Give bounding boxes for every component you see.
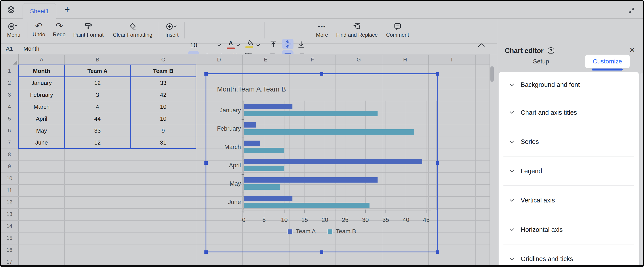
toolbar-divider: [159, 22, 159, 38]
customize-sections-card: Background and fontChart and axis titles…: [498, 72, 639, 267]
chart-editor-panel: Chart editor ? ✕ Setup Customize Backgro…: [497, 18, 644, 265]
column-header-A[interactable]: A: [19, 54, 64, 65]
column-header-H[interactable]: H: [382, 54, 428, 65]
row-header-5[interactable]: 5: [0, 113, 19, 125]
toolbar-divider: [264, 22, 264, 38]
chart-plot: 051015202530354045JanuaryFebruaryMarchAp…: [206, 74, 438, 252]
tab-setup[interactable]: Setup: [510, 54, 572, 68]
comment-button[interactable]: Comment: [386, 22, 409, 38]
sheet-tab-bar: Sheet1 +: [0, 0, 644, 18]
resize-handle[interactable]: [320, 72, 323, 76]
selected-range: [130, 76, 196, 149]
section-chart-and-axis-titles[interactable]: Chart and axis titles: [498, 98, 639, 127]
resize-handle[interactable]: [436, 250, 439, 254]
svg-text:April: April: [229, 162, 241, 169]
section-label: Legend: [521, 168, 542, 175]
embedded-chart[interactable]: Month,Team A,Team B 051015202530354045Ja…: [206, 74, 438, 252]
row-header-17[interactable]: 17: [0, 256, 19, 267]
redo-button[interactable]: ↷ Redo: [53, 21, 66, 38]
row-headers[interactable]: 1234567891011121314151617: [0, 65, 19, 265]
insert-button[interactable]: Insert: [165, 22, 178, 38]
section-vertical-axis[interactable]: Vertical axis: [498, 186, 639, 215]
toolbar: Menu ↶ Undo ↷ Redo Paint Format Clear Fo…: [0, 18, 497, 44]
row-header-16[interactable]: 16: [0, 244, 19, 256]
row-header-7[interactable]: 7: [0, 136, 19, 148]
row-header-13[interactable]: 13: [0, 208, 19, 220]
row-header-3[interactable]: 3: [0, 89, 19, 101]
undo-icon: ↶: [35, 21, 43, 31]
row-header-8[interactable]: 8: [0, 148, 19, 160]
section-label: Series: [521, 138, 539, 146]
undo-button[interactable]: ↶ Undo: [32, 21, 45, 38]
row-header-12[interactable]: 12: [0, 196, 19, 208]
tab-sheet1[interactable]: Sheet1: [22, 3, 56, 19]
name-box[interactable]: A1: [0, 44, 19, 54]
chevron-down-icon: [509, 256, 515, 262]
section-label: Gridlines and ticks: [521, 255, 573, 262]
chart-title: Month,Team A,Team B: [217, 85, 286, 93]
svg-text:0: 0: [242, 216, 245, 223]
row-header-2[interactable]: 2: [0, 77, 19, 89]
section-legend[interactable]: Legend: [498, 156, 639, 186]
section-gridlines-and-ticks[interactable]: Gridlines and ticks: [498, 244, 639, 267]
select-all-triangle-icon: [13, 60, 17, 64]
find-replace-button[interactable]: Find and Replace: [336, 22, 378, 38]
chevron-down-icon: [509, 168, 515, 174]
resize-handle[interactable]: [204, 250, 208, 254]
grid-vertical-scrollbar[interactable]: [490, 66, 494, 82]
section-horizontal-axis[interactable]: Horizontal axis: [498, 215, 639, 244]
svg-text:45: 45: [423, 216, 430, 223]
section-label: Vertical axis: [521, 197, 555, 204]
chevron-down-icon: [509, 226, 515, 233]
row-header-6[interactable]: 6: [0, 125, 19, 136]
row-header-15[interactable]: 15: [0, 232, 19, 244]
formula-input[interactable]: Month: [24, 44, 39, 54]
resize-handle[interactable]: [204, 161, 208, 165]
active-tab-indicator: [592, 68, 623, 70]
column-header-D[interactable]: D: [196, 54, 242, 65]
clear-formatting-button[interactable]: Clear Formatting: [113, 22, 152, 38]
menu-label: Menu: [7, 32, 20, 38]
paint-format-button[interactable]: Paint Format: [73, 22, 104, 38]
row-header-1[interactable]: 1: [0, 65, 19, 77]
resize-handle[interactable]: [320, 250, 323, 254]
row-header-9[interactable]: 9: [0, 160, 19, 172]
row-header-11[interactable]: 11: [0, 184, 19, 196]
panel-scrollbar[interactable]: [640, 73, 643, 267]
resize-handle[interactable]: [204, 72, 208, 76]
row-header-10[interactable]: 10: [0, 172, 19, 184]
legend-item: Team B: [327, 228, 356, 235]
sheets-overview-icon[interactable]: [7, 6, 15, 14]
column-header-F[interactable]: F: [289, 54, 336, 65]
svg-text:35: 35: [382, 216, 389, 223]
column-header-B[interactable]: B: [64, 54, 130, 65]
help-icon[interactable]: ?: [548, 47, 554, 54]
tab-customize[interactable]: Customize: [585, 54, 630, 68]
svg-text:40: 40: [403, 216, 409, 223]
row-header-14[interactable]: 14: [0, 220, 19, 232]
section-background-and-font[interactable]: Background and font: [498, 72, 639, 98]
resize-handle[interactable]: [436, 72, 439, 76]
more-icon: •••: [318, 22, 326, 32]
svg-text:30: 30: [362, 216, 369, 223]
selected-range: [130, 64, 196, 77]
column-header-I[interactable]: I: [428, 54, 475, 65]
menu-button[interactable]: Menu: [7, 22, 20, 38]
redo-icon: ↷: [56, 21, 63, 31]
section-label: Background and font: [521, 81, 580, 88]
resize-handle[interactable]: [436, 161, 439, 165]
more-button[interactable]: ••• More: [316, 22, 328, 38]
expand-fullscreen-icon[interactable]: [628, 7, 635, 14]
column-header-G[interactable]: G: [336, 54, 382, 65]
section-series[interactable]: Series: [498, 127, 639, 157]
column-headers[interactable]: ABCDEFGHI: [0, 54, 490, 65]
tab-sheet1-label: Sheet1: [30, 8, 49, 15]
svg-text:15: 15: [301, 216, 308, 223]
column-header-E[interactable]: E: [242, 54, 289, 65]
close-icon: ✕: [629, 46, 635, 54]
select-all-corner[interactable]: [0, 54, 19, 65]
close-panel-button[interactable]: ✕: [629, 46, 635, 54]
add-sheet-button[interactable]: +: [63, 5, 72, 14]
column-header-C[interactable]: C: [130, 54, 196, 65]
row-header-4[interactable]: 4: [0, 101, 19, 113]
